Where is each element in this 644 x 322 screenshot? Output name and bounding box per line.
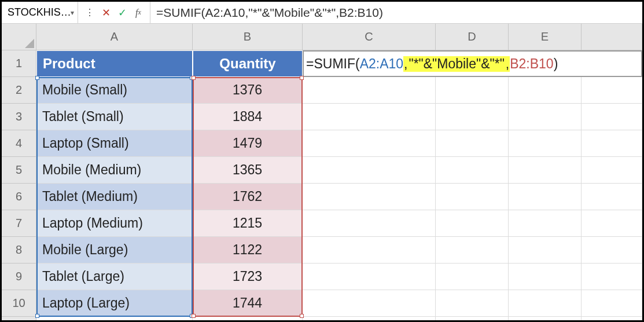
- cell[interactable]: 1884: [193, 104, 303, 130]
- cell[interactable]: [436, 104, 509, 130]
- cell[interactable]: [582, 290, 642, 317]
- cell[interactable]: [509, 157, 582, 184]
- cell[interactable]: [509, 264, 582, 290]
- cell[interactable]: [303, 264, 436, 290]
- cell[interactable]: [36, 317, 193, 322]
- cell[interactable]: Mobile (Large): [36, 237, 193, 264]
- cell[interactable]: 1744: [193, 290, 303, 317]
- cell[interactable]: [436, 210, 509, 237]
- cell-formula-edit[interactable]: =SUMIF(A2:A10,"*"&"Mobile"&"*",B2:B10): [303, 50, 642, 77]
- cell[interactable]: [582, 130, 642, 157]
- cell[interactable]: [303, 317, 436, 322]
- header-cell-product[interactable]: Product: [36, 50, 193, 77]
- cell[interactable]: 1723: [193, 264, 303, 290]
- cell[interactable]: [509, 317, 582, 322]
- tok-range2: B2:B10: [510, 56, 553, 72]
- col-header-extra[interactable]: [582, 24, 642, 50]
- cell[interactable]: 1365: [193, 157, 303, 184]
- cell[interactable]: Laptop (Medium): [36, 210, 193, 237]
- cell[interactable]: [193, 317, 303, 322]
- cell[interactable]: [582, 184, 642, 210]
- row-header[interactable]: 8: [2, 237, 36, 264]
- formula-bar-buttons: ⋮ ✕ ✓ fx: [78, 2, 150, 23]
- cell[interactable]: Tablet (Large): [36, 264, 193, 290]
- row-header[interactable]: 6: [2, 184, 36, 210]
- col-header-B[interactable]: B: [193, 24, 303, 50]
- cell[interactable]: Tablet (Small): [36, 104, 193, 130]
- cell[interactable]: [436, 264, 509, 290]
- tok-suffix: ): [554, 56, 558, 72]
- col-header-A[interactable]: A: [36, 24, 193, 50]
- enter-icon[interactable]: ✓: [114, 2, 130, 23]
- cell[interactable]: [436, 237, 509, 264]
- cell[interactable]: 1122: [193, 237, 303, 264]
- cell[interactable]: [436, 317, 509, 322]
- cell[interactable]: 1479: [193, 130, 303, 157]
- cell[interactable]: [582, 104, 642, 130]
- cell[interactable]: Mobile (Medium): [36, 157, 193, 184]
- cell[interactable]: [509, 290, 582, 317]
- chevron-down-icon[interactable]: ▾: [71, 9, 74, 17]
- cell[interactable]: [582, 157, 642, 184]
- tok-sep1: ,: [403, 56, 408, 72]
- cell[interactable]: [509, 210, 582, 237]
- name-box[interactable]: STOCKHIS… ▾: [2, 2, 78, 23]
- header-cell-quantity[interactable]: Quantity: [193, 50, 303, 77]
- cell[interactable]: 1376: [193, 77, 303, 104]
- cell[interactable]: 1215: [193, 210, 303, 237]
- cell[interactable]: [303, 157, 436, 184]
- name-box-value: STOCKHIS…: [8, 6, 71, 19]
- cell[interactable]: [303, 184, 436, 210]
- cell[interactable]: [582, 77, 642, 104]
- cell[interactable]: Laptop (Small): [36, 130, 193, 157]
- cell[interactable]: [436, 77, 509, 104]
- cell[interactable]: [582, 210, 642, 237]
- cell[interactable]: [582, 237, 642, 264]
- cell[interactable]: [436, 157, 509, 184]
- cell[interactable]: [582, 317, 642, 322]
- row-header[interactable]: 5: [2, 157, 36, 184]
- tok-prefix: =SUMIF(: [306, 56, 360, 72]
- cell[interactable]: Tablet (Medium): [36, 184, 193, 210]
- row-header[interactable]: 3: [2, 104, 36, 130]
- cell[interactable]: 1762: [193, 184, 303, 210]
- tok-criteria: "*"&"Mobile"&"*": [408, 56, 505, 72]
- cell[interactable]: [303, 77, 436, 104]
- row-header[interactable]: 9: [2, 264, 36, 290]
- formula-input[interactable]: =SUMIF(A2:A10,"*"&"Mobile"&"*",B2:B10): [150, 6, 642, 20]
- row-header[interactable]: 7: [2, 210, 36, 237]
- cell[interactable]: [303, 290, 436, 317]
- fx-icon[interactable]: fx: [130, 2, 146, 23]
- row-header[interactable]: 1: [2, 50, 36, 77]
- cell[interactable]: [436, 290, 509, 317]
- formula-bar: STOCKHIS… ▾ ⋮ ✕ ✓ fx =SUMIF(A2:A10,"*"&"…: [2, 2, 642, 24]
- cell[interactable]: [509, 130, 582, 157]
- cell[interactable]: [303, 104, 436, 130]
- cell[interactable]: [509, 77, 582, 104]
- cell[interactable]: [436, 130, 509, 157]
- col-header-E[interactable]: E: [509, 24, 582, 50]
- row-header[interactable]: 11: [2, 317, 36, 322]
- tok-sep2: ,: [505, 56, 510, 72]
- cell[interactable]: [303, 237, 436, 264]
- cell[interactable]: Laptop (Large): [36, 290, 193, 317]
- cell[interactable]: [509, 237, 582, 264]
- cell[interactable]: [509, 104, 582, 130]
- col-header-D[interactable]: D: [436, 24, 509, 50]
- row-header[interactable]: 10: [2, 290, 36, 317]
- col-header-C[interactable]: C: [303, 24, 436, 50]
- tok-range1: A2:A10: [360, 56, 403, 72]
- cell[interactable]: [303, 210, 436, 237]
- cell[interactable]: Mobile (Small): [36, 77, 193, 104]
- cell[interactable]: [582, 264, 642, 290]
- cancel-icon[interactable]: ✕: [98, 2, 114, 23]
- select-all-corner[interactable]: [2, 24, 36, 50]
- cell[interactable]: [303, 130, 436, 157]
- cell[interactable]: [509, 184, 582, 210]
- spreadsheet-grid[interactable]: A B C D E 1 Product Quantity =SUMIF(A2:A…: [2, 24, 642, 322]
- divider-icon: ⋮: [82, 2, 98, 23]
- row-header[interactable]: 2: [2, 77, 36, 104]
- row-header[interactable]: 4: [2, 130, 36, 157]
- cell[interactable]: [436, 184, 509, 210]
